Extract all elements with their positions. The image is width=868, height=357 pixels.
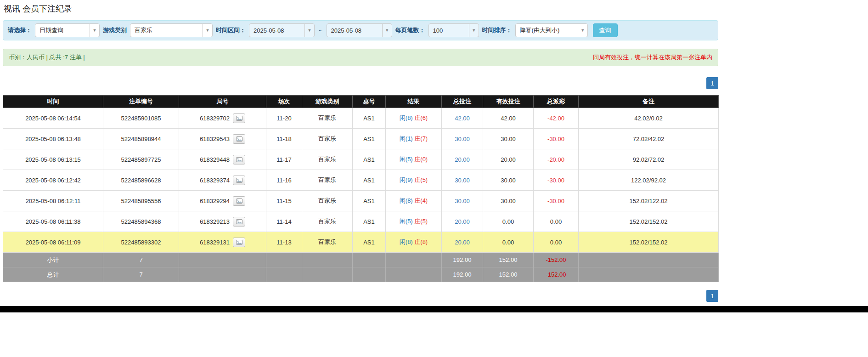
cell-remark: 92.02/72.02 bbox=[579, 149, 719, 170]
table-row: 2025-05-08 06:13:15 522485897725 6183294… bbox=[3, 149, 719, 170]
total-bet-link[interactable]: 30.00 bbox=[455, 177, 470, 184]
round-id: 618329374 bbox=[200, 177, 230, 184]
cell-result: 闲(5) 庄(0) bbox=[386, 149, 442, 170]
cell-payout: -20.00 bbox=[534, 149, 579, 170]
filter-bar: 请选择： 日期查询 ▼ 游戏类别 百家乐 ▼ 时间区间： 2025-05-08 … bbox=[3, 20, 718, 40]
valid-bet-notice: 同局有效投注，统一计算在该局第一张注单内 bbox=[593, 53, 712, 62]
game-result-image-icon bbox=[236, 178, 242, 183]
cell-valid-bet: 0.00 bbox=[483, 232, 534, 253]
game-result-image-icon bbox=[236, 136, 242, 142]
cell-bet-id: 522485896628 bbox=[103, 170, 179, 191]
result-banker: 庄(6) bbox=[414, 114, 428, 121]
round-detail-button[interactable] bbox=[233, 217, 245, 227]
total-bet-link[interactable]: 30.00 bbox=[455, 136, 470, 142]
time-range-label: 时间区间： bbox=[216, 26, 246, 34]
subtotal-row: 小计 7 192.00 152.00 -152.00 bbox=[3, 253, 719, 267]
cell-round: 618329374 bbox=[179, 170, 266, 191]
result-banker: 庄(5) bbox=[414, 218, 428, 225]
date-query-value: 日期查询 bbox=[35, 26, 90, 34]
header-game-type: 游戏类别 bbox=[302, 96, 353, 108]
cell-total-bet: 20.00 bbox=[442, 149, 483, 170]
result-player: 闲(8) bbox=[400, 197, 413, 204]
total-bet-link[interactable]: 42.00 bbox=[455, 115, 470, 122]
header-total-bet: 总投注 bbox=[442, 96, 483, 108]
page-size-select[interactable]: 100 ▼ bbox=[428, 23, 479, 37]
page-size-value: 100 bbox=[429, 27, 469, 34]
table-body: 2025-05-08 06:14:54 522485901085 6183297… bbox=[3, 108, 719, 253]
table-row: 2025-05-08 06:13:48 522485898944 6183295… bbox=[3, 129, 719, 149]
cell-bet-id: 522485898944 bbox=[103, 129, 179, 149]
result-banker: 庄(5) bbox=[414, 176, 428, 183]
table-footer: 小计 7 192.00 152.00 -152.00 总计 7 bbox=[3, 253, 719, 282]
cell-time: 2025-05-08 06:11:38 bbox=[3, 211, 103, 232]
cell-time: 2025-05-08 06:13:48 bbox=[3, 129, 103, 149]
cell-bet-id: 522485893302 bbox=[103, 232, 179, 253]
cell-game-type: 百家乐 bbox=[302, 211, 353, 232]
header-payout: 总派彩 bbox=[534, 96, 579, 108]
pagination-bottom: 1 bbox=[3, 290, 718, 302]
cell-bet-id: 522485901085 bbox=[103, 108, 179, 129]
cell-remark: 122.02/92.02 bbox=[579, 170, 719, 191]
header-session: 场次 bbox=[266, 96, 302, 108]
total-bet-link[interactable]: 30.00 bbox=[455, 198, 470, 204]
cell-session: 11-16 bbox=[266, 170, 302, 191]
cell-table: AS1 bbox=[353, 108, 386, 129]
total-bet-link[interactable]: 20.00 bbox=[455, 218, 470, 225]
date-to-select[interactable]: 2025-05-08 ▼ bbox=[327, 23, 392, 37]
result-player: 闲(8) bbox=[400, 114, 413, 121]
round-detail-button[interactable] bbox=[233, 238, 245, 247]
cell-remark: 42.02/0.02 bbox=[579, 108, 719, 129]
chevron-down-icon: ▼ bbox=[578, 24, 587, 37]
round-id: 618329213 bbox=[200, 218, 230, 225]
cell-session: 11-17 bbox=[266, 149, 302, 170]
cell-time: 2025-05-08 06:13:15 bbox=[3, 149, 103, 170]
cell-session: 11-13 bbox=[266, 232, 302, 253]
cell-payout: -30.00 bbox=[534, 191, 579, 211]
summary-bar: 币别：人民币 | 总共 :7 注单 | 同局有效投注，统一计算在该局第一张注单内 bbox=[3, 49, 718, 66]
game-type-label: 游戏类别 bbox=[103, 26, 127, 34]
game-result-image-icon bbox=[236, 116, 242, 121]
date-from-select[interactable]: 2025-05-08 ▼ bbox=[249, 23, 315, 37]
round-detail-button[interactable] bbox=[233, 196, 245, 206]
cell-remark: 72.02/42.02 bbox=[579, 129, 719, 149]
page-number-button[interactable]: 1 bbox=[706, 77, 718, 89]
cell-payout: 0.00 bbox=[534, 232, 579, 253]
round-detail-button[interactable] bbox=[233, 155, 245, 164]
cell-payout: -30.00 bbox=[534, 170, 579, 191]
sort-order-value: 降幂(由大到小) bbox=[516, 26, 578, 34]
round-id: 618329294 bbox=[200, 198, 230, 204]
cell-game-type: 百家乐 bbox=[302, 170, 353, 191]
date-query-select[interactable]: 日期查询 ▼ bbox=[35, 23, 100, 37]
result-player: 闲(8) bbox=[400, 238, 413, 245]
round-detail-button[interactable] bbox=[233, 113, 245, 123]
cell-valid-bet: 20.00 bbox=[483, 149, 534, 170]
table-row: 2025-05-08 06:11:38 522485894368 6183292… bbox=[3, 211, 719, 232]
subtotal-count: 7 bbox=[103, 253, 179, 267]
header-time: 时间 bbox=[3, 96, 103, 108]
cell-payout: -30.00 bbox=[534, 129, 579, 149]
search-button[interactable]: 查询 bbox=[593, 23, 618, 37]
cell-payout: -42.00 bbox=[534, 108, 579, 129]
cell-game-type: 百家乐 bbox=[302, 149, 353, 170]
page-number-button[interactable]: 1 bbox=[706, 290, 718, 302]
sort-order-select[interactable]: 降幂(由大到小) ▼ bbox=[515, 23, 588, 37]
cell-result: 闲(8) 庄(6) bbox=[386, 108, 442, 129]
page-title: 视讯 会员下注纪录 bbox=[3, 0, 718, 17]
main-content: 视讯 会员下注纪录 请选择： 日期查询 ▼ 游戏类别 百家乐 ▼ 时间区间： 2… bbox=[3, 0, 718, 302]
chevron-down-icon: ▼ bbox=[203, 24, 212, 37]
cell-total-bet: 42.00 bbox=[442, 108, 483, 129]
result-player: 闲(5) bbox=[400, 218, 413, 225]
cell-valid-bet: 42.00 bbox=[483, 108, 534, 129]
total-bet-link[interactable]: 20.00 bbox=[455, 239, 470, 246]
game-result-image-icon bbox=[236, 219, 242, 224]
cell-time: 2025-05-08 06:12:42 bbox=[3, 170, 103, 191]
grand-total-valid-bet: 152.00 bbox=[483, 267, 534, 282]
date-to-value: 2025-05-08 bbox=[327, 27, 382, 34]
round-detail-button[interactable] bbox=[233, 134, 245, 144]
game-type-select[interactable]: 百家乐 ▼ bbox=[130, 23, 213, 37]
total-bet-link[interactable]: 20.00 bbox=[455, 156, 470, 163]
round-id: 618329448 bbox=[200, 156, 230, 163]
cell-total-bet: 30.00 bbox=[442, 191, 483, 211]
round-detail-button[interactable] bbox=[233, 176, 245, 185]
cell-valid-bet: 30.00 bbox=[483, 170, 534, 191]
